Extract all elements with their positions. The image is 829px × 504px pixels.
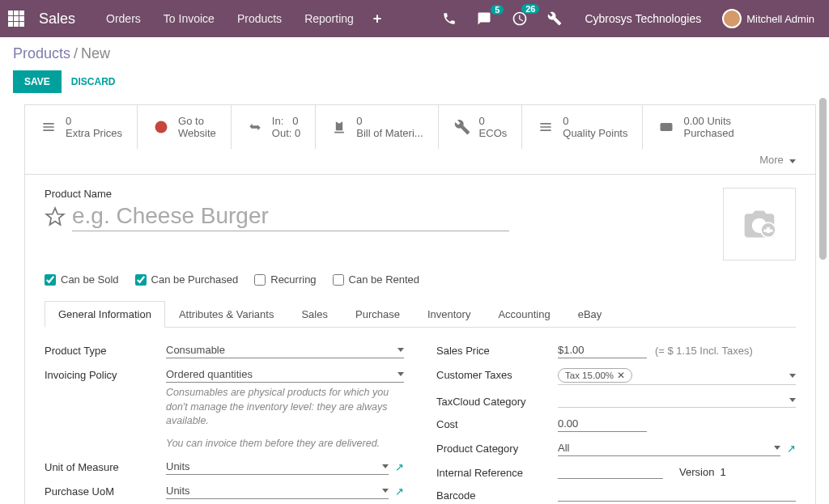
- stat-quality[interactable]: 0Quality Points: [522, 105, 643, 149]
- product-category-select[interactable]: All: [558, 440, 780, 456]
- apps-grid-icon[interactable]: [8, 11, 28, 27]
- can-be-rented-checkbox[interactable]: Can be Rented: [333, 273, 419, 286]
- svg-rect-1: [661, 123, 673, 131]
- purchase-uom-label: Purchase UoM: [45, 483, 166, 498]
- stat-purchased[interactable]: 0.00 UnitsPurchased: [643, 105, 748, 149]
- can-be-purchased-checkbox[interactable]: Can be Purchased: [135, 273, 239, 286]
- remove-tag-icon[interactable]: ✕: [617, 370, 625, 381]
- user-menu[interactable]: Mitchell Admin: [716, 9, 821, 28]
- sales-price-input[interactable]: $1.00: [558, 342, 647, 358]
- form-tabs: General Information Attributes & Variant…: [45, 300, 796, 328]
- nav-to-invoice[interactable]: To Invoice: [152, 12, 226, 25]
- tab-general-information[interactable]: General Information: [45, 301, 165, 328]
- tab-attributes-variants[interactable]: Attributes & Variants: [165, 301, 288, 328]
- product-category-label: Product Category: [436, 440, 558, 455]
- version-label: Version: [679, 466, 714, 478]
- sales-price-incl-note: (= $ 1.15 Incl. Taxes): [655, 345, 753, 357]
- uom-external-link-icon[interactable]: ↗: [395, 461, 404, 473]
- save-button[interactable]: SAVE: [13, 70, 62, 93]
- nav-reporting[interactable]: Reporting: [293, 12, 365, 25]
- cost-label: Cost: [436, 416, 558, 430]
- customer-taxes-input[interactable]: Tax 15.00% ✕: [558, 366, 796, 385]
- cost-input[interactable]: 0.00: [558, 416, 647, 432]
- company-selector[interactable]: Cybrosys Technologies: [573, 12, 712, 25]
- taxcloud-select[interactable]: [558, 393, 796, 408]
- invoicing-policy-label: Invoicing Policy: [45, 366, 166, 381]
- product-type-label: Product Type: [45, 342, 166, 357]
- breadcrumb-current: New: [81, 45, 110, 61]
- nav-products[interactable]: Products: [226, 12, 293, 25]
- tab-sales[interactable]: Sales: [287, 301, 342, 328]
- tab-accounting[interactable]: Accounting: [484, 301, 563, 328]
- taxcloud-label: TaxCloud Category: [436, 393, 558, 408]
- tab-ebay[interactable]: eBay: [564, 301, 616, 328]
- activities-icon[interactable]: 26: [504, 11, 536, 27]
- scrollbar[interactable]: [819, 98, 827, 260]
- nav-orders[interactable]: Orders: [95, 12, 152, 25]
- internal-reference-label: Internal Reference: [436, 464, 558, 479]
- favorite-star-icon[interactable]: [45, 206, 66, 227]
- stat-more-toggle[interactable]: More: [25, 149, 815, 174]
- breadcrumb: Products/New: [13, 45, 816, 62]
- barcode-input[interactable]: [558, 487, 796, 502]
- phone-icon[interactable]: [434, 11, 465, 26]
- top-navbar: Sales Orders To Invoice Products Reporti…: [0, 0, 829, 37]
- version-value: 1: [721, 466, 726, 478]
- barcode-label: Barcode: [436, 487, 558, 502]
- internal-reference-input[interactable]: [558, 464, 663, 479]
- user-name: Mitchell Admin: [746, 13, 814, 25]
- product-name-input[interactable]: [72, 201, 509, 231]
- can-be-sold-checkbox[interactable]: Can be Sold: [45, 273, 119, 286]
- invoicing-help-2: You can invoice them before they are del…: [166, 437, 404, 451]
- purchase-uom-external-link-icon[interactable]: ↗: [395, 485, 404, 498]
- messaging-badge: 5: [491, 5, 504, 15]
- invoicing-policy-select[interactable]: Ordered quantities: [166, 366, 404, 383]
- product-type-select[interactable]: Consumable: [166, 342, 404, 358]
- stat-extra-prices[interactable]: 0Extra Prices: [25, 105, 138, 149]
- tab-purchase[interactable]: Purchase: [342, 301, 414, 328]
- discard-button[interactable]: DISCARD: [71, 76, 116, 87]
- stat-bom[interactable]: 0Bill of Materi...: [316, 105, 438, 149]
- product-image-upload[interactable]: [723, 188, 796, 260]
- user-avatar-icon: [722, 9, 742, 28]
- uom-select[interactable]: Units: [166, 459, 389, 475]
- recurring-checkbox[interactable]: Recurring: [254, 273, 316, 286]
- purchase-uom-select[interactable]: Units: [166, 483, 389, 499]
- activities-badge: 26: [521, 4, 539, 14]
- svg-point-0: [155, 121, 168, 133]
- category-external-link-icon[interactable]: ↗: [787, 443, 796, 455]
- invoicing-help-1: Consumables are physical products for wh…: [166, 386, 404, 429]
- stat-buttons-bar: 0Extra Prices Go toWebsite In: 0 Out: 0 …: [25, 105, 815, 175]
- product-name-label: Product Name: [45, 188, 723, 200]
- stat-ecos[interactable]: 0ECOs: [439, 105, 523, 149]
- module-brand[interactable]: Sales: [39, 11, 75, 28]
- tax-tag[interactable]: Tax 15.00% ✕: [558, 368, 632, 383]
- tools-icon[interactable]: [539, 11, 570, 26]
- messaging-icon[interactable]: 5: [468, 11, 500, 26]
- camera-plus-icon: [738, 206, 780, 242]
- customer-taxes-label: Customer Taxes: [436, 366, 558, 381]
- tab-inventory[interactable]: Inventory: [414, 301, 484, 328]
- stat-go-to-website[interactable]: Go toWebsite: [138, 105, 232, 149]
- uom-label: Unit of Measure: [45, 459, 166, 473]
- breadcrumb-root[interactable]: Products: [13, 45, 70, 61]
- nav-new-icon[interactable]: +: [365, 11, 390, 28]
- stat-in-out[interactable]: In: 0 Out: 0: [232, 105, 316, 149]
- sales-price-label: Sales Price: [436, 342, 558, 357]
